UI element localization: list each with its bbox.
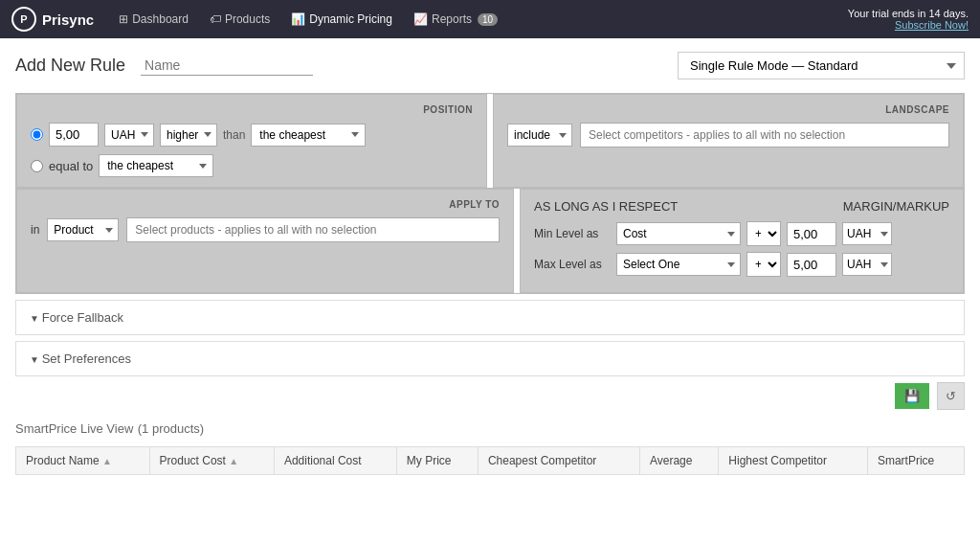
radio-equal[interactable]: [31, 160, 43, 172]
equal-to-label: equal to: [49, 159, 93, 173]
refresh-icon: ↺: [946, 389, 956, 403]
col-highest-competitor: Highest Competitor: [719, 447, 868, 475]
max-type-select[interactable]: Select One Cost Sales Price: [616, 253, 741, 276]
smartprice-title: SmartPrice Live View (1 products): [15, 419, 965, 437]
trial-message: Your trial ends in 14 days.: [848, 8, 969, 19]
margin-section: AS LONG AS I RESPECT MARGIN/MARKUP Min L…: [520, 189, 964, 293]
position-section: POSITION UAH USD EUR % higher lower than: [16, 94, 487, 188]
set-preferences-section[interactable]: Set Preferences: [15, 341, 965, 376]
max-level-row: Max Level as Select One Cost Sales Price…: [534, 252, 949, 277]
dynamic-pricing-icon: 📊: [291, 12, 305, 26]
save-icon: 💾: [904, 389, 920, 403]
logo-text: Prisync: [42, 11, 94, 28]
table-header: Product Name ▲ Product Cost ▲ Additional…: [16, 447, 965, 475]
position-row: UAH USD EUR % higher lower than the chea…: [31, 123, 473, 147]
max-value-input[interactable]: [787, 253, 836, 277]
reports-badge: 10: [478, 13, 498, 26]
smartprice-table: Product Name ▲ Product Cost ▲ Additional…: [15, 446, 965, 475]
nav-reports[interactable]: 📈 Reports 10: [404, 7, 507, 32]
currency-select[interactable]: UAH USD EUR %: [104, 124, 154, 147]
category-select[interactable]: Product Category Brand: [47, 218, 119, 241]
min-value-input[interactable]: [787, 222, 836, 246]
landscape-section: LANDSCAPE include exclude: [493, 94, 964, 188]
top-sections: POSITION UAH USD EUR % higher lower than: [15, 93, 965, 294]
apply-row: in Product Category Brand: [31, 217, 500, 242]
reports-icon: 📈: [413, 12, 428, 26]
sort-arrow-1: ▲: [229, 456, 238, 466]
action-row: 💾 ↺: [15, 382, 965, 410]
min-operator-select[interactable]: + -: [746, 221, 781, 246]
save-button[interactable]: 💾: [895, 383, 929, 409]
apply-section: APPLY TO in Product Category Brand: [16, 189, 514, 293]
max-operator-select[interactable]: + -: [746, 252, 781, 277]
col-product-name[interactable]: Product Name ▲: [16, 447, 150, 475]
page-title: Add New Rule: [15, 56, 125, 76]
min-level-row: Min Level as Cost Sales Price Select One…: [534, 221, 949, 246]
min-level-label: Min Level as: [534, 227, 611, 240]
main-content: Add New Rule Single Rule Mode — Standard…: [0, 38, 980, 544]
logo: P Prisync: [11, 7, 94, 32]
rule-header: Add New Rule Single Rule Mode — Standard: [15, 52, 965, 79]
margin-markup-label: MARGIN/MARKUP: [843, 199, 949, 214]
col-product-cost[interactable]: Product Cost ▲: [149, 447, 274, 475]
position-label: POSITION: [31, 104, 473, 115]
rule-name-input[interactable]: [141, 56, 313, 76]
logo-icon: P: [11, 7, 36, 32]
col-cheapest-competitor: Cheapest Competitor: [478, 447, 639, 475]
smartprice-title-text: SmartPrice Live View: [15, 421, 133, 436]
max-currency-select[interactable]: UAH USD EUR %: [842, 253, 892, 276]
col-additional-cost: Additional Cost: [274, 447, 396, 475]
subscribe-link[interactable]: Subscribe Now!: [895, 19, 969, 31]
nav-left: P Prisync ⊞ Dashboard 🏷 Products 📊 Dynam…: [11, 7, 507, 32]
trial-info: Your trial ends in 14 days. Subscribe No…: [848, 8, 969, 31]
as-long-as-label: AS LONG AS I RESPECT: [534, 199, 678, 214]
top-sections-inner: POSITION UAH USD EUR % higher lower than: [16, 94, 964, 188]
nav-dynamic-pricing[interactable]: 📊 Dynamic Pricing: [281, 7, 402, 32]
landscape-label: LANDSCAPE: [507, 104, 949, 115]
equal-row: equal to the cheapest the average the hi…: [31, 154, 473, 177]
competitors-input[interactable]: [580, 123, 949, 147]
equal-cheapest-select[interactable]: the cheapest the average the highest: [99, 154, 213, 177]
nav-dashboard[interactable]: ⊞ Dashboard: [109, 7, 198, 32]
nav-links: ⊞ Dashboard 🏷 Products 📊 Dynamic Pricing…: [109, 7, 507, 32]
margin-header: AS LONG AS I RESPECT MARGIN/MARKUP: [534, 199, 949, 214]
col-smart-price: SmartPrice: [867, 447, 964, 475]
col-my-price: My Price: [396, 447, 478, 475]
refresh-button[interactable]: ↺: [937, 382, 965, 410]
min-currency-select[interactable]: UAH USD EUR %: [842, 222, 892, 245]
top-nav: P Prisync ⊞ Dashboard 🏷 Products 📊 Dynam…: [0, 0, 980, 38]
nav-products[interactable]: 🏷 Products: [200, 7, 279, 32]
radio-higher[interactable]: [31, 128, 43, 141]
min-type-select[interactable]: Cost Sales Price Select One: [616, 222, 741, 245]
landscape-row: include exclude: [507, 123, 949, 147]
table-header-row: Product Name ▲ Product Cost ▲ Additional…: [16, 447, 965, 475]
products-icon: 🏷: [210, 12, 221, 26]
smartprice-count: (1 products): [138, 421, 204, 436]
direction-select[interactable]: higher lower: [160, 124, 217, 147]
rule-mode-select[interactable]: Single Rule Mode — Standard: [678, 52, 965, 79]
col-average: Average: [639, 447, 718, 475]
position-value-input[interactable]: [49, 123, 99, 147]
sort-arrow-0: ▲: [102, 456, 112, 466]
include-select[interactable]: include exclude: [507, 124, 572, 147]
in-label: in: [31, 223, 39, 237]
than-label: than: [223, 128, 245, 142]
apply-label: APPLY TO: [31, 199, 500, 210]
force-fallback-section[interactable]: Force Fallback: [15, 300, 965, 335]
max-level-label: Max Level as: [534, 258, 611, 271]
products-input[interactable]: [126, 217, 500, 242]
force-fallback-label: Force Fallback: [30, 310, 123, 325]
than-cheapest-select[interactable]: the cheapest the average the highest: [251, 124, 366, 147]
set-preferences-label: Set Preferences: [30, 351, 131, 366]
bottom-sections: APPLY TO in Product Category Brand AS LO…: [16, 188, 964, 293]
dashboard-icon: ⊞: [119, 12, 128, 26]
